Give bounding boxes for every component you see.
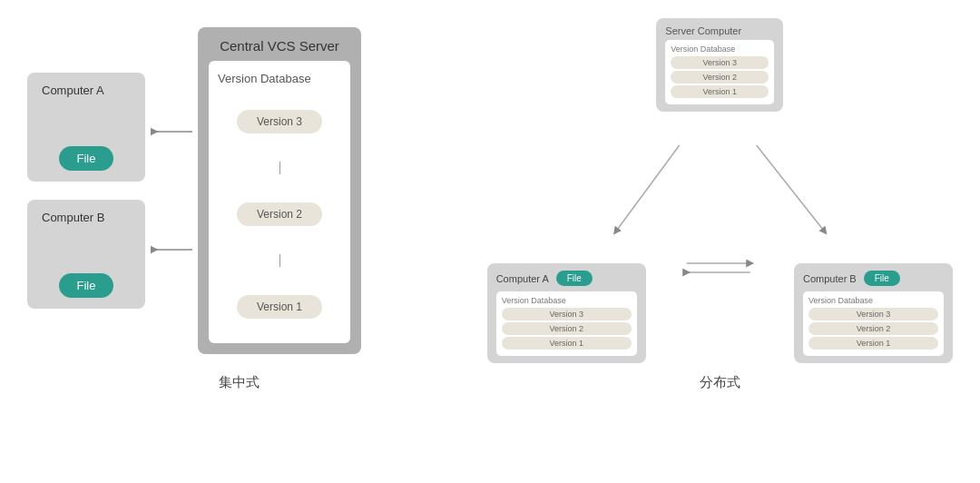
dist-b-v1: Version 1 [808, 337, 938, 350]
computer-a-box: Computer A File [27, 73, 145, 182]
dist-computer-b-header: Computer B File [803, 271, 944, 286]
server-computer-label: Server Computer [665, 25, 774, 36]
server-v1: Version 1 [671, 85, 769, 98]
right-caption: 分布式 [700, 374, 740, 391]
computer-b-box: Computer B File [27, 200, 145, 309]
version-items: Version 3 Version 2 Version 1 [218, 96, 341, 332]
left-section: Computer A File Computer B File [27, 18, 451, 456]
computer-a-file: File [59, 146, 114, 171]
dist-a-version-db-title: Version Database [502, 296, 632, 305]
dist-a-version-db: Version Database Version 3 Version 2 Ver… [496, 291, 637, 356]
server-v2: Version 2 [671, 71, 769, 84]
connector-2 [279, 254, 280, 267]
dist-a-v2: Version 2 [502, 322, 632, 335]
connector-1 [279, 162, 280, 174]
dist-b-version-db-title: Version Database [808, 296, 938, 305]
dist-computer-b-box: Computer B File Version Database Version… [794, 263, 953, 363]
server-version-db-title: Version Database [671, 44, 769, 54]
arrow-down [149, 241, 194, 259]
dist-computer-b-label: Computer B [803, 273, 857, 284]
left-diagram: Computer A File Computer B File [27, 18, 451, 363]
version-db-title: Version Database [218, 72, 341, 85]
central-server-box: Central VCS Server Version Database Vers… [198, 27, 361, 354]
version-db-inner: Version Database Version 3 Version 2 Ver… [209, 61, 350, 343]
server-v3: Version 3 [671, 56, 769, 69]
computers-column: Computer A File Computer B File [27, 73, 145, 309]
dist-a-v1: Version 1 [502, 337, 632, 350]
right-section: Server Computer Version Database Version… [487, 18, 953, 456]
computer-b-label: Computer B [42, 211, 104, 224]
arrow-area [145, 73, 198, 309]
dist-computer-a-file: File [556, 271, 593, 286]
dist-computer-a-header: Computer A File [496, 271, 637, 286]
version-2: Version 2 [237, 202, 322, 226]
dist-a-v3: Version 3 [502, 308, 632, 320]
svg-line-8 [615, 145, 679, 232]
version-3: Version 3 [237, 110, 322, 133]
dist-b-v2: Version 2 [808, 322, 938, 335]
right-diagram: Server Computer Version Database Version… [487, 18, 953, 363]
computer-a-label: Computer A [42, 84, 104, 97]
version-1: Version 1 [237, 295, 322, 319]
svg-line-9 [756, 145, 824, 232]
dist-computer-b-file: File [864, 271, 900, 286]
server-computer-box: Server Computer Version Database Version… [656, 18, 783, 112]
dist-computer-a-box: Computer A File Version Database Version… [487, 263, 646, 363]
dist-computer-a-label: Computer A [496, 273, 549, 284]
dist-b-version-db: Version Database Version 3 Version 2 Ver… [803, 291, 944, 356]
bottom-computers: Computer A File Version Database Version… [487, 263, 953, 363]
arrow-up [149, 123, 194, 141]
dist-b-v3: Version 3 [808, 308, 938, 320]
main-container: Computer A File Computer B File [0, 0, 980, 483]
computer-b-file: File [59, 273, 114, 298]
central-server-title: Central VCS Server [209, 38, 350, 54]
server-version-db: Version Database Version 3 Version 2 Ver… [665, 40, 774, 104]
left-caption: 集中式 [219, 374, 260, 391]
